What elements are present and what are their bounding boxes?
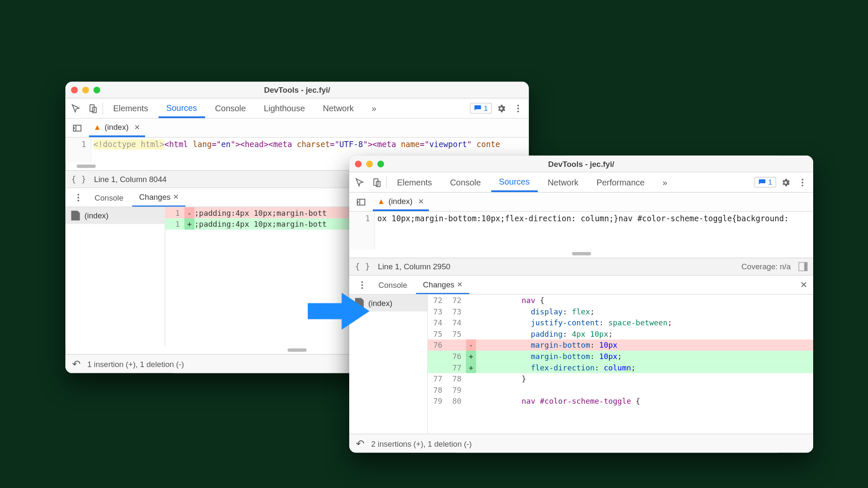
revert-icon[interactable]: ↶ — [356, 437, 364, 450]
issues-badge[interactable]: 1 — [754, 177, 776, 188]
drawer-close-icon[interactable]: ✕ — [800, 279, 807, 290]
pretty-print-icon[interactable]: { } — [355, 262, 370, 272]
traffic-lights — [71, 86, 100, 93]
svg-point-7 — [78, 193, 79, 195]
line-number: 1 — [65, 138, 91, 163]
minimize-icon[interactable] — [82, 86, 89, 93]
issues-count: 1 — [484, 104, 488, 113]
source-editor[interactable]: 1 ox 10px;margin-bottom:10px;flex-direct… — [349, 212, 813, 249]
close-icon[interactable] — [71, 86, 78, 93]
arrow-icon — [308, 287, 369, 338]
changes-summary: 1 insertion (+), 1 deletion (-) — [87, 359, 184, 368]
scrollbar[interactable] — [349, 250, 813, 258]
status-bar: { } Line 1, Column 2950 Coverage: n/a — [349, 257, 813, 276]
drawer-tab-console[interactable]: Console — [372, 276, 414, 294]
file-icon — [71, 211, 80, 221]
traffic-lights — [355, 161, 384, 167]
tab-elements[interactable]: Elements — [105, 99, 156, 118]
diff-row: 7474 justify-content: space-between; — [428, 317, 813, 328]
svg-point-18 — [361, 284, 363, 286]
close-tab-icon[interactable]: ✕ — [132, 123, 140, 131]
cursor-position: Line 1, Column 2950 — [378, 262, 450, 271]
overflow-tabs[interactable]: » — [364, 99, 384, 118]
svg-point-4 — [517, 110, 519, 112]
tab-network[interactable]: Network — [315, 99, 361, 118]
code-line: ox 10px;margin-bottom:10px;flex-directio… — [375, 212, 813, 249]
navigator-toggle-icon[interactable] — [354, 197, 369, 207]
window-title: DevTools - jec.fyi/ — [548, 159, 615, 168]
svg-marker-20 — [308, 292, 369, 330]
tab-network[interactable]: Network — [540, 172, 586, 192]
device-toggle-icon[interactable] — [369, 177, 384, 188]
changes-summary: 2 insertions (+), 1 deletion (-) — [371, 439, 472, 448]
zoom-icon[interactable] — [377, 161, 384, 167]
diff-row: 77+ flex-direction: column; — [428, 362, 813, 373]
svg-point-14 — [802, 184, 803, 186]
svg-rect-15 — [357, 199, 365, 205]
window-title: DevTools - jec.fyi/ — [264, 85, 330, 94]
close-tab-icon[interactable]: ✕ — [454, 280, 463, 289]
svg-point-13 — [802, 181, 803, 183]
tab-console[interactable]: Console — [207, 99, 253, 118]
overflow-tabs[interactable]: » — [655, 172, 675, 192]
more-icon[interactable] — [511, 103, 526, 113]
navigator-toggle-icon[interactable] — [70, 123, 85, 133]
drawer-more-icon[interactable] — [71, 192, 86, 202]
drawer-tab-changes[interactable]: Changes✕ — [132, 188, 186, 206]
issues-count: 1 — [768, 178, 772, 187]
drawer-tab-changes[interactable]: Changes✕ — [416, 276, 469, 294]
changed-file-item[interactable]: (index) — [65, 207, 164, 224]
file-tab-index[interactable]: ▲ (index) ✕ — [89, 119, 145, 137]
svg-rect-5 — [73, 125, 81, 131]
close-tab-icon[interactable]: ✕ — [170, 193, 179, 201]
revert-icon[interactable]: ↶ — [72, 358, 81, 370]
gear-icon[interactable] — [494, 103, 509, 113]
tab-performance[interactable]: Performance — [589, 172, 652, 192]
separator — [102, 102, 103, 114]
file-tab-index[interactable]: ▲ (index) ✕ — [373, 193, 429, 211]
diff-view[interactable]: 7272 nav {7373 display: flex;7474 justif… — [428, 295, 813, 434]
drawer-tab-console[interactable]: Console — [88, 188, 130, 206]
diff-row: 7272 nav { — [428, 295, 813, 306]
close-icon[interactable] — [355, 161, 361, 167]
main-tabbar: ElementsConsoleSourcesNetworkPerformance… — [349, 172, 813, 193]
devtools-window-after: DevTools - jec.fyi/ ElementsConsoleSourc… — [349, 156, 813, 453]
drawer-tabbar: ConsoleChanges✕ ✕ — [349, 276, 813, 295]
file-tabs: ▲ (index) ✕ — [349, 193, 813, 212]
svg-point-17 — [361, 281, 363, 283]
more-icon[interactable] — [795, 177, 810, 188]
inspect-icon[interactable] — [353, 177, 367, 188]
svg-point-12 — [802, 178, 803, 180]
close-tab-icon[interactable]: ✕ — [416, 197, 424, 205]
file-tab-label: (index) — [388, 196, 412, 205]
diff-row: 7373 display: flex; — [428, 306, 813, 317]
issues-badge[interactable]: 1 — [470, 103, 492, 113]
main-tabbar: ElementsSourcesConsoleLighthouseNetwork … — [65, 99, 529, 119]
zoom-icon[interactable] — [94, 86, 100, 93]
device-toggle-icon[interactable] — [86, 103, 100, 113]
titlebar: DevTools - jec.fyi/ — [349, 156, 813, 172]
changed-files-list: (index) — [65, 207, 165, 346]
minimize-icon[interactable] — [366, 161, 373, 167]
diff-row: 7575 padding: 4px 10px; — [428, 328, 813, 340]
tab-console[interactable]: Console — [442, 172, 488, 192]
changes-footer: ↶ 2 insertions (+), 1 deletion (-) — [349, 434, 813, 453]
sidebar-toggle-icon[interactable] — [798, 262, 807, 271]
tab-sources[interactable]: Sources — [491, 172, 537, 192]
tab-sources[interactable]: Sources — [158, 99, 205, 118]
inspect-icon[interactable] — [69, 103, 84, 113]
gear-icon[interactable] — [779, 177, 793, 188]
file-tab-label: (index) — [105, 123, 129, 131]
tab-lighthouse[interactable]: Lighthouse — [256, 99, 313, 118]
diff-row: 7879 — [428, 384, 813, 396]
pretty-print-icon[interactable]: { } — [71, 174, 86, 184]
titlebar: DevTools - jec.fyi/ — [65, 82, 529, 99]
svg-point-3 — [517, 107, 519, 109]
tab-elements[interactable]: Elements — [389, 172, 440, 192]
diff-row: 76- margin-bottom: 10px — [428, 340, 813, 351]
diff-row: 76+ margin-bottom: 10px; — [428, 351, 813, 362]
warning-icon: ▲ — [377, 196, 385, 205]
diff-row: 7980 nav #color-scheme-toggle { — [428, 396, 813, 407]
cursor-position: Line 1, Column 8044 — [94, 175, 167, 184]
diff-row: 7778 } — [428, 373, 813, 384]
